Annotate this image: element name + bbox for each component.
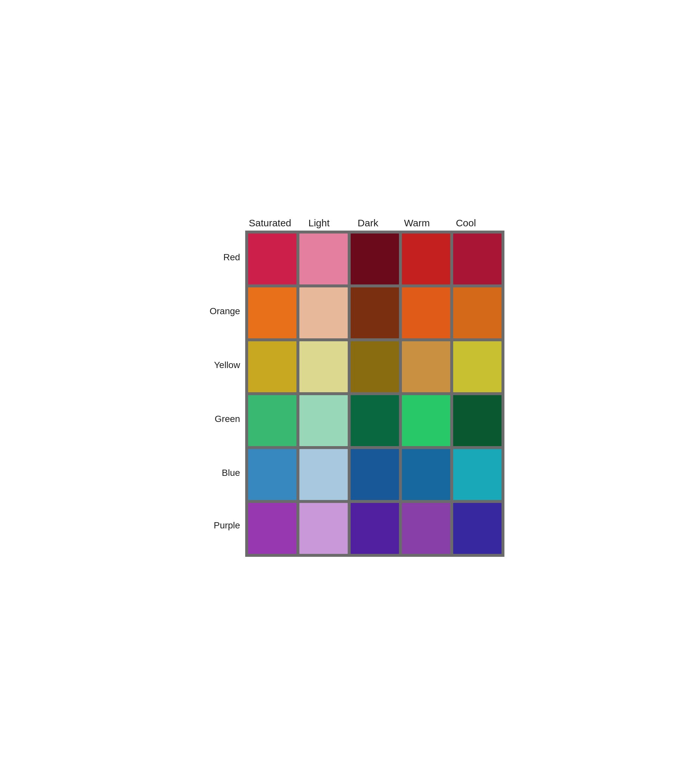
column-header-warm: Warm: [393, 218, 441, 231]
color-row-purple: [248, 503, 502, 554]
color-grid: [245, 231, 504, 557]
swatch-green-dark: [351, 395, 399, 446]
color-chart: SaturatedLightDarkWarmCool RedOrangeYell…: [210, 218, 490, 557]
row-label-red: Red: [210, 231, 245, 284]
swatch-blue-warm: [402, 449, 450, 500]
swatch-purple-light: [299, 503, 348, 554]
swatch-purple-saturated: [248, 503, 296, 554]
column-headers: SaturatedLightDarkWarmCool: [246, 218, 490, 231]
column-header-saturated: Saturated: [246, 218, 294, 231]
swatch-blue-saturated: [248, 449, 296, 500]
grid-area: RedOrangeYellowGreenBluePurple: [210, 231, 490, 557]
swatch-green-saturated: [248, 395, 296, 446]
row-label-yellow: Yellow: [210, 338, 245, 392]
swatch-red-light: [299, 233, 348, 284]
column-header-light: Light: [294, 218, 343, 231]
swatch-orange-saturated: [248, 288, 296, 338]
swatch-blue-light: [299, 449, 348, 500]
swatch-purple-dark: [351, 503, 399, 554]
color-row-yellow: [248, 341, 502, 392]
color-row-red: [248, 233, 502, 284]
swatch-red-saturated: [248, 233, 296, 284]
swatch-green-light: [299, 395, 348, 446]
swatch-orange-light: [299, 288, 348, 338]
swatch-green-cool: [453, 395, 502, 446]
swatch-yellow-light: [299, 341, 348, 392]
swatch-yellow-warm: [402, 341, 450, 392]
row-label-blue: Blue: [210, 446, 245, 500]
row-label-green: Green: [210, 392, 245, 446]
column-header-dark: Dark: [343, 218, 393, 231]
swatch-green-warm: [402, 395, 450, 446]
swatch-orange-cool: [453, 288, 502, 338]
swatch-blue-cool: [453, 449, 502, 500]
swatch-red-dark: [351, 233, 399, 284]
color-row-blue: [248, 449, 502, 500]
color-row-orange: [248, 288, 502, 338]
swatch-purple-warm: [402, 503, 450, 554]
swatch-yellow-saturated: [248, 341, 296, 392]
row-labels: RedOrangeYellowGreenBluePurple: [210, 231, 245, 557]
color-row-green: [248, 395, 502, 446]
swatch-orange-warm: [402, 288, 450, 338]
swatch-blue-dark: [351, 449, 399, 500]
swatch-yellow-dark: [351, 341, 399, 392]
swatch-red-warm: [402, 233, 450, 284]
row-label-orange: Orange: [210, 284, 245, 338]
swatch-orange-dark: [351, 288, 399, 338]
swatch-red-cool: [453, 233, 502, 284]
swatch-purple-cool: [453, 503, 502, 554]
row-label-purple: Purple: [210, 500, 245, 551]
swatch-yellow-cool: [453, 341, 502, 392]
column-header-cool: Cool: [441, 218, 490, 231]
